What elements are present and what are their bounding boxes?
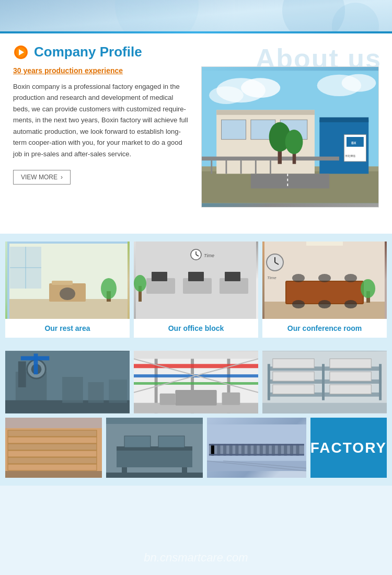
svg-rect-156 — [296, 444, 299, 455]
svg-point-3 — [115, 0, 199, 31]
svg-point-61 — [134, 275, 146, 292]
svg-rect-142 — [211, 444, 214, 455]
banner-decoration — [0, 0, 392, 31]
factory-2-svg — [134, 351, 258, 413]
svg-point-46 — [101, 278, 117, 299]
factory-section: FACTORY — [0, 346, 392, 478]
svg-rect-120 — [330, 385, 371, 394]
svg-rect-41 — [7, 242, 128, 244]
svg-rect-152 — [272, 444, 275, 455]
svg-point-73 — [344, 300, 357, 308]
svg-rect-144 — [223, 444, 226, 455]
svg-rect-39 — [7, 299, 128, 319]
office-item-office-block: Time Our office block — [134, 242, 258, 338]
svg-rect-158 — [209, 454, 304, 456]
bottom-pad — [0, 478, 392, 486]
svg-text:Time: Time — [267, 275, 276, 280]
svg-rect-113 — [379, 364, 382, 400]
svg-rect-151 — [266, 444, 269, 455]
factory-1-svg — [5, 351, 130, 413]
profile-left-column: 30 years production experience Boxin com… — [13, 66, 191, 185]
svg-rect-112 — [268, 364, 270, 400]
svg-rect-146 — [235, 444, 238, 455]
svg-text:Time: Time — [204, 253, 214, 258]
svg-point-72 — [318, 300, 331, 308]
svg-rect-114 — [322, 364, 325, 400]
svg-rect-106 — [160, 394, 176, 405]
office-item-conference-room: Time Our conference room — [262, 242, 387, 338]
svg-rect-99 — [134, 364, 258, 368]
svg-point-9 — [241, 78, 280, 98]
svg-point-10 — [209, 86, 244, 104]
svg-rect-129 — [5, 418, 102, 428]
office-block-label: Our office block — [134, 319, 258, 338]
view-more-label: VIEW MORE — [21, 174, 57, 181]
conference-room-photo: Time — [262, 242, 387, 319]
conference-room-label: Our conference room — [262, 319, 387, 338]
svg-point-1 — [282, 0, 345, 31]
factory-bottom-photo-3 — [207, 418, 306, 478]
conference-room-svg: Time — [262, 242, 387, 319]
svg-rect-126 — [8, 464, 97, 470]
offices-grid: Our rest area — [5, 242, 387, 338]
svg-rect-124 — [8, 451, 97, 457]
svg-rect-123 — [8, 444, 97, 450]
office-block-svg: Time — [134, 242, 258, 319]
profile-content: 30 years production experience Boxin com… — [13, 66, 379, 208]
arrow-circle-icon — [13, 44, 29, 60]
factory-photo-1 — [5, 351, 130, 413]
svg-rect-16 — [216, 110, 315, 114]
svg-rect-93 — [109, 380, 127, 403]
factory-bottom-photo-2 — [106, 418, 203, 478]
svg-rect-57 — [152, 272, 167, 281]
svg-rect-157 — [209, 444, 304, 445]
svg-rect-128 — [8, 430, 97, 436]
svg-rect-70 — [286, 282, 363, 303]
factory-top-row — [5, 351, 387, 413]
factory-photo-2 — [134, 351, 258, 413]
svg-point-71 — [292, 300, 305, 308]
svg-rect-147 — [241, 444, 245, 455]
svg-rect-127 — [8, 437, 97, 443]
experience-link[interactable]: 30 years production experience — [13, 66, 191, 75]
svg-rect-116 — [273, 372, 314, 381]
svg-rect-115 — [273, 359, 314, 368]
svg-rect-67 — [306, 242, 343, 246]
svg-point-12 — [342, 74, 376, 92]
offices-section: Our rest area — [0, 234, 392, 346]
svg-rect-153 — [278, 444, 281, 455]
svg-rect-137 — [158, 436, 185, 447]
svg-rect-119 — [330, 372, 371, 381]
svg-point-31 — [285, 130, 303, 154]
office-item-rest-area: Our rest area — [5, 242, 130, 338]
svg-rect-155 — [290, 444, 293, 455]
factory-label-box: FACTORY — [310, 418, 387, 478]
factory-bottom-photo-1 — [5, 418, 102, 478]
svg-rect-138 — [106, 418, 203, 424]
svg-text:BX: BX — [351, 141, 356, 145]
view-more-button[interactable]: VIEW MORE › — [13, 170, 71, 185]
svg-point-2 — [332, 3, 379, 31]
factory-3-svg — [262, 351, 387, 413]
factory-b2-svg — [106, 418, 203, 478]
svg-rect-40 — [7, 242, 9, 319]
rest-area-photo — [5, 242, 130, 319]
svg-rect-36 — [251, 174, 329, 188]
svg-rect-150 — [260, 444, 263, 455]
factory-entrance-svg: BX 河北博信 — [202, 67, 378, 207]
company-section-bottom-pad — [0, 223, 392, 234]
factory-label: FACTORY — [310, 440, 387, 456]
watermark: bn.cnsmartcare.com — [144, 551, 248, 565]
svg-point-78 — [361, 279, 375, 298]
company-profile-section: About us Company Profile 30 years produc… — [0, 33, 392, 223]
svg-point-75 — [318, 274, 331, 282]
chevron-right-icon: › — [61, 174, 63, 181]
svg-rect-139 — [106, 473, 203, 478]
svg-rect-149 — [253, 444, 257, 455]
svg-rect-101 — [134, 382, 258, 385]
factory-b1-svg — [5, 418, 102, 478]
svg-rect-145 — [229, 444, 233, 455]
svg-rect-148 — [247, 444, 250, 455]
svg-rect-21 — [319, 117, 368, 122]
factory-b3-svg — [207, 418, 306, 478]
